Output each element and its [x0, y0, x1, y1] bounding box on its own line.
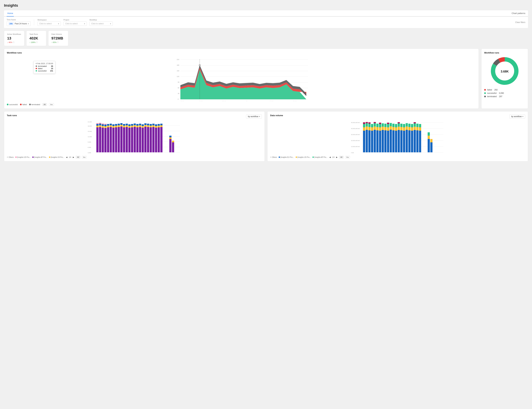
- svg-text:50,000,000 kB: 50,000,000 kB: [351, 122, 360, 123]
- metric-task-runs-info-icon[interactable]: ⓘ: [36, 41, 38, 44]
- svg-rect-45: [99, 127, 101, 152]
- workspace-select[interactable]: Click to select ▾: [37, 21, 61, 26]
- svg-rect-218: [428, 136, 430, 139]
- svg-rect-201: [408, 130, 411, 152]
- project-placeholder: Click to select: [65, 22, 78, 25]
- metric-data-volume-info-icon[interactable]: ⓘ: [57, 41, 59, 44]
- timeframe-select[interactable]: 24h Past 24 hours ▾: [7, 21, 31, 26]
- svg-rect-79: [126, 125, 128, 127]
- svg-rect-102: [147, 127, 149, 152]
- data-volume-chart-title: Data volume: [270, 114, 283, 117]
- data-volume-inv-button[interactable]: Inv: [345, 156, 350, 158]
- svg-rect-183: [392, 127, 395, 130]
- workflow-runs-area-chart: Workflow runs 4 Feb 2023, 17:00:00 termi…: [4, 49, 479, 109]
- svg-rect-80: [126, 124, 128, 125]
- task-runs-inv-button[interactable]: Inv: [82, 156, 87, 158]
- svg-rect-52: [102, 123, 104, 124]
- svg-rect-58: [107, 126, 109, 127]
- svg-rect-164: [376, 124, 379, 127]
- metric-data-volume: Data Volume 972MB ↑ 65% ⓘ: [48, 31, 68, 46]
- data-volume-all-button[interactable]: All: [339, 156, 343, 158]
- svg-rect-154: [369, 122, 371, 124]
- task-runs-next-arrow[interactable]: ▶: [73, 156, 74, 158]
- data-volume-chart: Data volume by workflow ▾ 0 kB 10,000,00…: [267, 111, 528, 161]
- clear-filters-button[interactable]: Clear filters: [515, 21, 525, 24]
- svg-rect-98: [142, 124, 144, 126]
- svg-rect-74: [120, 123, 123, 125]
- project-select[interactable]: Click to select ▾: [63, 21, 87, 26]
- task-runs-others-dot: [7, 157, 8, 158]
- svg-rect-55: [104, 125, 107, 126]
- svg-rect-214: [419, 131, 421, 152]
- svg-rect-173: [384, 127, 387, 130]
- legend-terminated[interactable]: terminated: [29, 103, 40, 105]
- svg-text:08:00: 08:00: [433, 154, 436, 154]
- metric-task-runs: Task Runs 402K ↑ 108% ⓘ: [26, 31, 46, 46]
- svg-rect-158: [374, 130, 376, 152]
- svg-rect-92: [136, 124, 139, 126]
- svg-text:20:00: 20:00: [392, 154, 396, 154]
- svg-rect-65: [112, 124, 115, 126]
- metric-active-workflows-info-icon[interactable]: ⓘ: [13, 41, 15, 44]
- data-volume-next-arrow[interactable]: ▶: [336, 156, 337, 158]
- svg-rect-99: [144, 127, 147, 152]
- svg-rect-93: [139, 127, 141, 152]
- workflow-select[interactable]: Click to select ▾: [90, 21, 113, 26]
- legend-all-button[interactable]: All: [43, 103, 47, 106]
- svg-text:90: 90: [178, 81, 179, 83]
- svg-rect-179: [390, 130, 392, 152]
- data-volume-by-workflow-select[interactable]: by workflow ▾: [509, 114, 525, 119]
- chart-patterns-button[interactable]: Chart patterns: [512, 12, 525, 15]
- task-runs-by-workflow-select[interactable]: by workflow ▾: [246, 114, 262, 119]
- legend-failed-dot: [20, 104, 22, 105]
- svg-rect-43: [96, 124, 99, 126]
- svg-rect-155: [371, 131, 373, 152]
- svg-rect-100: [144, 125, 147, 127]
- svg-text:5: 5: [142, 154, 143, 154]
- metric-data-volume-change: 65%: [53, 41, 56, 43]
- svg-rect-103: [147, 125, 149, 127]
- data-volume-prev-arrow[interactable]: ◀: [329, 156, 331, 158]
- svg-rect-105: [150, 127, 152, 152]
- svg-rect-172: [384, 130, 387, 152]
- task-runs-prev-arrow[interactable]: ◀: [66, 156, 67, 158]
- svg-rect-107: [150, 124, 152, 126]
- tab-home[interactable]: Home: [7, 10, 14, 17]
- svg-rect-157: [371, 124, 373, 127]
- workflow-runs-chart-title: Workflow runs: [7, 52, 476, 54]
- svg-rect-216: [419, 124, 421, 127]
- legend-successful-dot: [7, 104, 9, 105]
- svg-text:210: 210: [177, 59, 179, 60]
- svg-rect-63: [112, 128, 115, 152]
- task-runs-all-button[interactable]: All: [76, 156, 80, 158]
- workspace-label: Workspace: [37, 19, 61, 21]
- task-runs-nav: 1/4: [69, 156, 71, 158]
- svg-rect-66: [115, 127, 117, 152]
- svg-rect-53: [104, 128, 107, 152]
- svg-rect-177: [387, 124, 389, 127]
- svg-rect-61: [110, 125, 112, 127]
- metric-task-runs-arrow-icon: ↑: [29, 41, 30, 43]
- svg-rect-124: [172, 141, 174, 142]
- legend-successful-label: successful: [9, 103, 18, 105]
- data-volume-by-workflow-label: by workflow: [511, 115, 522, 118]
- svg-rect-221: [430, 139, 433, 142]
- svg-text:180: 180: [177, 64, 179, 66]
- legend-inv-button[interactable]: Inv: [49, 103, 54, 106]
- legend-failed[interactable]: failed: [20, 103, 27, 105]
- legend-successful[interactable]: successful: [7, 103, 18, 105]
- svg-text:60: 60: [178, 87, 179, 89]
- svg-text:16:00: 16:00: [199, 101, 203, 101]
- svg-rect-189: [398, 127, 400, 130]
- svg-rect-186: [395, 127, 397, 131]
- svg-rect-64: [112, 126, 115, 128]
- svg-rect-213: [416, 124, 419, 127]
- svg-rect-81: [128, 128, 131, 152]
- svg-rect-210: [414, 122, 416, 123]
- svg-rect-160: [374, 123, 376, 127]
- svg-rect-47: [99, 124, 101, 125]
- donut-chart-title: Workflow runs: [484, 52, 525, 54]
- svg-rect-149: [366, 123, 368, 127]
- svg-rect-119: [160, 124, 162, 125]
- svg-rect-220: [430, 142, 433, 152]
